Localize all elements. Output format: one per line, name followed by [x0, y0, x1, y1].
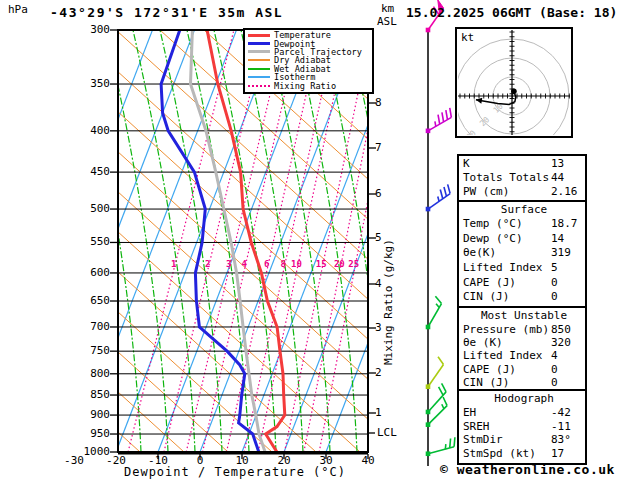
- pressure-unit-label: hPa: [8, 3, 28, 16]
- temp-tick-label: 0: [178, 454, 222, 467]
- legend-label: Mixing Ratio: [274, 81, 336, 91]
- legend-swatch-dry-adiabat: [248, 59, 270, 61]
- legend-swatch-wet-adiabat: [248, 68, 270, 70]
- panel-most-unstable-row: CAPE (J)0: [463, 363, 585, 376]
- pressure-tick-label: 950: [80, 427, 110, 440]
- panel-hodograph-title: Hodograph: [463, 392, 585, 406]
- panel-surface-title: Surface: [463, 203, 585, 217]
- legend-item: Mixing Ratio: [247, 81, 370, 89]
- legend-box: TemperatureDewpointParcel TrajectoryDry …: [243, 28, 374, 94]
- pressure-tick-label: 900: [80, 408, 110, 421]
- panel-indices-row: PW (cm)2.16: [463, 185, 585, 199]
- wind-barb: [426, 184, 450, 211]
- panel-most-unstable: Most UnstablePressure (mb)850θe (K)320Li…: [457, 306, 587, 391]
- mixing-ratio-value-label: 2: [197, 259, 219, 269]
- km-tick-label: 1: [375, 406, 397, 419]
- panel-surface-row: Lifted Index5: [463, 261, 585, 276]
- panel-hodograph-row: StmSpd (kt)17: [463, 447, 585, 461]
- temp-tick-label: -10: [136, 454, 180, 467]
- legend-swatch-mixing-ratio: [248, 85, 270, 87]
- mixing-ratio-value-label: 10: [286, 259, 308, 269]
- pressure-tick-label: 350: [80, 77, 110, 90]
- temp-tick-label: -30: [52, 454, 96, 467]
- panel-indices-row: K13: [463, 157, 585, 171]
- altitude-unit-asl-label: ASL: [377, 15, 397, 28]
- mixing-ratio-value-label: 4: [233, 259, 255, 269]
- pressure-tick-label: 600: [80, 266, 110, 279]
- legend-swatch-temperature: [248, 34, 270, 37]
- km-tick-label: 7: [375, 141, 397, 154]
- pressure-tick-label: 550: [80, 235, 110, 248]
- temp-tick-label: -20: [94, 454, 138, 467]
- datetime-title: 15.02.2025 06GMT (Base: 18): [406, 6, 617, 19]
- pressure-tick-label: 700: [80, 320, 110, 333]
- km-tick-label: 2: [375, 366, 397, 379]
- panel-most-unstable-row: Pressure (mb)850: [463, 323, 585, 336]
- panel-surface-row: Temp (°C)18.7: [463, 217, 585, 232]
- panel-hodograph-row: EH-42: [463, 406, 585, 420]
- panel-surface-row: Dewp (°C)14: [463, 232, 585, 247]
- mixing-ratio-value-label: 1: [163, 259, 185, 269]
- altitude-unit-km-label: km: [381, 2, 394, 15]
- mixing-ratio-value-label: 25: [343, 259, 365, 269]
- panel-most-unstable-row: θe (K)320: [463, 336, 585, 349]
- station-title: -43°29'S 172°31'E 35m ASL: [50, 6, 283, 19]
- pressure-tick-label: 850: [80, 388, 110, 401]
- panel-indices: K13Totals Totals44PW (cm)2.16: [457, 154, 587, 202]
- temp-tick-label: 20: [262, 454, 306, 467]
- panel-hodograph-row: SREH-11: [463, 420, 585, 434]
- pressure-tick-label: 300: [80, 23, 110, 36]
- panel-indices-row: Totals Totals44: [463, 171, 585, 185]
- panel-surface-row: CAPE (J)0: [463, 276, 585, 291]
- temp-tick-label: 40: [346, 454, 390, 467]
- legend-swatch-parcel-trajectory: [248, 50, 270, 53]
- hodograph-unit-label: kt: [461, 31, 474, 44]
- km-tick-label: 8: [375, 96, 397, 109]
- pressure-tick-label: 650: [80, 294, 110, 307]
- pressure-tick-label: 800: [80, 367, 110, 380]
- lcl-label: LCL: [377, 426, 397, 439]
- km-tick-label: 4: [375, 277, 397, 290]
- panel-hodograph-row: StmDir83°: [463, 433, 585, 447]
- x-axis-title: Dewpoint / Temperature (°C): [102, 466, 368, 479]
- hodograph: 102030: [455, 28, 572, 153]
- pressure-tick-label: 400: [80, 124, 110, 137]
- pressure-tick-label: 750: [80, 344, 110, 357]
- pressure-tick-label: 450: [80, 165, 110, 178]
- pressure-tick-label: 500: [80, 202, 110, 215]
- panel-most-unstable-row: Lifted Index4: [463, 349, 585, 362]
- km-tick-label: 3: [375, 321, 397, 334]
- wind-barb: [426, 108, 452, 133]
- legend-swatch-dewpoint: [248, 42, 270, 45]
- km-tick-label: 6: [375, 187, 397, 200]
- km-tick-label: 5: [375, 231, 397, 244]
- skewt-sounding-screenshot: 102030 hPa -43°29'S 172°31'E 35m ASL km …: [0, 0, 629, 486]
- panel-hodograph: HodographEH-42SREH-11StmDir83°StmSpd (kt…: [457, 389, 587, 465]
- temp-tick-label: 10: [220, 454, 264, 467]
- panel-surface: SurfaceTemp (°C)18.7Dewp (°C)14θe(K)319L…: [457, 200, 587, 308]
- panel-surface-row: θe(K)319: [463, 246, 585, 261]
- temp-tick-label: 30: [304, 454, 348, 467]
- legend-swatch-isotherm: [248, 76, 270, 78]
- wind-barb: [426, 437, 455, 456]
- panel-most-unstable-title: Most Unstable: [463, 309, 585, 323]
- panel-surface-row: CIN (J)0: [463, 290, 585, 305]
- panel-most-unstable-row: CIN (J)0: [463, 376, 585, 389]
